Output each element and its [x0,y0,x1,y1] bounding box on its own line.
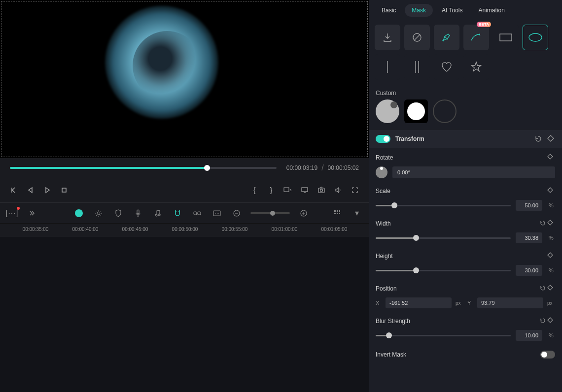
grid-view-icon[interactable] [331,207,343,219]
time-mark: 00:00:35:00 [23,227,49,232]
mask-import-button[interactable] [375,25,400,50]
preview-viewport[interactable] [1,1,368,157]
invert-mask-row: Invert Mask [369,344,562,365]
mask-star-button[interactable] [463,54,489,80]
mask-heart-button[interactable] [434,54,459,80]
rotate-value[interactable]: 0.00° [392,166,555,178]
position-label: Position [376,285,397,292]
music-icon[interactable] [152,207,164,219]
mask-brush-button[interactable]: BETA [463,25,489,50]
rotate-label: Rotate [376,154,393,161]
keyframe-icon[interactable] [547,285,555,293]
stop-button[interactable] [58,184,70,196]
prev-frame-button[interactable] [8,184,20,196]
reset-icon[interactable] [539,317,547,325]
playback-bar: 00:00:03:19 / 00:00:05:02 [0,158,369,178]
expand-icon[interactable] [26,207,37,219]
mask-ellipse-button[interactable] [523,25,548,50]
rotate-group: Rotate 0.00° [369,148,562,181]
invert-toggle[interactable] [540,351,555,359]
mask-pen-button[interactable] [434,25,459,50]
tab-basic[interactable]: Basic [375,4,403,17]
height-value[interactable]: 30.00 [516,265,542,276]
tab-animation[interactable]: Animation [471,4,511,17]
keyframe-icon[interactable] [547,187,555,195]
height-group: Height 30.00 % [369,246,562,279]
time-mark: 00:01:05:00 [321,227,348,232]
blur-value[interactable]: 10.00 [516,330,542,341]
time-mark: 00:00:40:00 [72,227,99,232]
timeline-tracks[interactable] [0,237,369,392]
bracket-tool-icon[interactable]: [⋯] [6,207,18,219]
sun-icon[interactable] [93,207,105,219]
mask-single-line-button[interactable] [375,54,400,80]
magnet-icon[interactable] [172,207,183,219]
mic-icon[interactable] [132,207,144,219]
reset-icon[interactable] [539,285,547,293]
shield-icon[interactable] [112,207,124,219]
dropdown-icon[interactable]: ▾ [351,207,363,219]
svg-rect-0 [62,188,66,192]
record-indicator-icon [17,207,20,210]
brace-close-button[interactable]: } [265,184,277,196]
scale-group: Scale 50.00 % [369,181,562,214]
height-label: Height [376,253,393,260]
width-value[interactable]: 30.38 [516,232,542,243]
volume-button[interactable] [332,184,344,196]
height-unit: % [547,267,555,273]
mask-double-line-button[interactable] [404,54,430,80]
keyframe-icon[interactable] [547,135,555,143]
playback-controls: { } [0,178,369,202]
play-backward-button[interactable] [25,184,36,196]
rotate-dial[interactable] [376,166,387,178]
custom-mask-empty[interactable] [433,99,457,123]
position-group: Position X -161.52 px Y 93.79 px [369,279,562,311]
blur-slider[interactable] [376,335,511,336]
y-unit: px [547,300,555,306]
tab-mask[interactable]: Mask [405,4,433,17]
brace-open-button[interactable]: { [248,184,260,196]
transform-header: Transform [369,130,562,148]
keyframe-icon[interactable] [547,252,555,260]
position-x-input[interactable]: -161.52 [386,297,452,308]
custom-mask-add[interactable] [376,99,399,123]
position-y-input[interactable]: 93.79 [477,297,543,308]
external-display-button[interactable] [299,184,311,196]
time-mark: 00:01:00:00 [272,227,298,232]
ai-globe-icon[interactable] [73,207,85,219]
blur-group: Blur Strength 10.00 % [369,311,562,344]
width-slider[interactable] [376,237,511,239]
zoom-out-button[interactable] [231,207,243,219]
reset-icon[interactable] [534,135,542,143]
caption-icon[interactable] [211,207,223,219]
height-slider[interactable] [376,270,511,271]
keyframe-icon[interactable] [547,317,555,325]
aspect-dropdown[interactable] [282,184,294,196]
svg-point-23 [529,33,542,41]
svg-rect-22 [500,34,512,41]
mask-none-button[interactable] [404,25,430,50]
keyframe-icon[interactable] [547,154,555,162]
timeline-ruler[interactable]: 00:00:35:00 00:00:40:00 00:00:45:00 00:0… [0,223,369,237]
snapshot-button[interactable] [316,184,327,196]
transform-toggle[interactable] [376,135,390,143]
keyframe-icon[interactable] [547,220,555,228]
custom-mask-circle[interactable] [404,99,428,123]
zoom-in-button[interactable] [298,207,310,219]
x-label: X [376,300,382,306]
scale-slider[interactable] [376,205,511,206]
total-time: 00:00:05:02 [328,164,359,171]
svg-rect-18 [337,213,338,214]
link-icon[interactable] [191,207,203,219]
properties-panel: Basic Mask AI Tools Animation BETA Custo… [369,0,562,392]
svg-rect-2 [302,188,308,192]
mask-rectangle-button[interactable] [493,25,519,50]
tab-ai-tools[interactable]: AI Tools [435,4,469,17]
playback-progress[interactable] [10,167,277,169]
reset-icon[interactable] [539,220,547,228]
play-button[interactable] [41,184,53,196]
scale-value[interactable]: 50.00 [516,200,542,211]
timeline-toolbar: [⋯] ▾ [0,202,369,223]
fullscreen-button[interactable] [349,184,361,196]
zoom-slider[interactable] [250,212,290,214]
